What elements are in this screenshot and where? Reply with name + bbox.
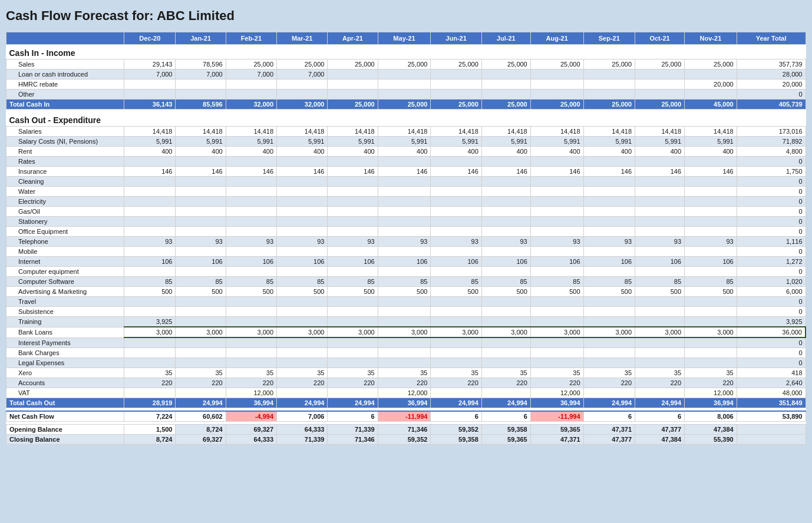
row-label: Office Equipment <box>6 227 124 237</box>
cell-value <box>124 348 176 358</box>
cell-value <box>685 217 737 227</box>
cell-value: 24,994 <box>583 398 635 408</box>
col-oct21: Oct-21 <box>635 32 685 45</box>
cell-value: 500 <box>530 287 583 297</box>
row-label: Accounts <box>6 378 124 388</box>
row-label: Water <box>6 187 124 197</box>
cell-value <box>328 227 378 237</box>
cell-value: 400 <box>124 147 176 157</box>
cell-value: 25,000 <box>277 59 328 69</box>
cell-value <box>328 69 378 80</box>
col-sep21: Sep-21 <box>583 32 635 45</box>
cell-value: 146 <box>530 167 583 177</box>
table-row: HMRC rebate20,00020,000 <box>6 80 806 90</box>
cell-value <box>176 247 226 257</box>
cell-value <box>176 177 226 187</box>
cell-value <box>635 358 685 368</box>
cell-value: 400 <box>530 147 583 157</box>
opening-balance-row: Opening Balance1,5008,72469,32764,33371,… <box>6 425 806 435</box>
cell-value <box>328 337 378 348</box>
table-row: Stationery0 <box>6 217 806 227</box>
cell-value: 106 <box>431 257 481 267</box>
cell-value: 3,000 <box>328 327 378 337</box>
cell-value: 12,000 <box>685 388 737 398</box>
table-row: Insurance1461461461461461461461461461461… <box>6 167 806 177</box>
cell-value: 0 <box>737 297 806 307</box>
col-apr21: Apr-21 <box>328 32 378 45</box>
cell-value <box>176 90 226 100</box>
cell-value: 5,991 <box>176 137 226 147</box>
row-label: Legal Expenses <box>6 358 124 368</box>
cell-value <box>378 337 431 348</box>
cell-value <box>378 197 431 207</box>
cell-value: 146 <box>378 167 431 177</box>
cell-value <box>176 217 226 227</box>
cell-value: -4,994 <box>226 411 276 422</box>
cell-value: 5,991 <box>226 137 276 147</box>
cell-value <box>431 177 481 187</box>
cell-value <box>124 297 176 307</box>
cell-value: 3,925 <box>124 317 176 327</box>
cell-value <box>328 187 378 197</box>
cell-value <box>481 207 530 217</box>
table-row: Cash Out - Expenditure <box>6 112 806 127</box>
cell-value: -11,994 <box>530 411 583 422</box>
col-nov21: Nov-21 <box>685 32 737 45</box>
cell-value: 5,991 <box>530 137 583 147</box>
cell-value: 220 <box>176 378 226 388</box>
cell-value: 400 <box>277 147 328 157</box>
cell-value <box>685 227 737 237</box>
row-label: Computer Software <box>6 277 124 287</box>
cell-value: 20,000 <box>685 80 737 90</box>
cell-value <box>685 197 737 207</box>
row-label: Computer equipment <box>6 267 124 277</box>
cell-value <box>685 207 737 217</box>
cell-value <box>328 90 378 100</box>
cell-value: 60,602 <box>176 411 226 422</box>
cell-value: 36,143 <box>124 100 176 110</box>
cell-value: 36,994 <box>226 398 276 408</box>
table-row: Rent400400400400400400400400400400400400… <box>6 147 806 157</box>
table-row: Total Cash Out28,91924,99436,99424,99424… <box>6 398 806 408</box>
cell-value <box>378 69 431 80</box>
cell-value <box>583 227 635 237</box>
cell-value: 36,994 <box>378 398 431 408</box>
cell-value <box>277 348 328 358</box>
cell-value <box>378 157 431 167</box>
cell-value: 36,000 <box>737 327 806 337</box>
table-row: Advertising & Marketing50050050050050050… <box>6 287 806 297</box>
cell-value: 500 <box>481 287 530 297</box>
cell-value <box>583 267 635 277</box>
cell-value <box>583 388 635 398</box>
cell-value: 106 <box>226 257 276 267</box>
cell-value <box>635 80 685 90</box>
row-label: Stationery <box>6 217 124 227</box>
cell-value <box>176 267 226 277</box>
cell-value: 220 <box>277 378 328 388</box>
cell-value: 173,016 <box>737 127 806 137</box>
cell-value <box>176 187 226 197</box>
cell-value: 20,000 <box>737 80 806 90</box>
col-dec20: Dec-20 <box>124 32 176 45</box>
cell-value <box>226 227 276 237</box>
cell-value: 500 <box>685 287 737 297</box>
cell-value: 29,143 <box>124 59 176 69</box>
cell-value <box>277 217 328 227</box>
table-row: Travel0 <box>6 297 806 307</box>
table-row: Salaries14,41814,41814,41814,41814,41814… <box>6 127 806 137</box>
cell-value <box>431 187 481 197</box>
cell-value: 106 <box>481 257 530 267</box>
cell-value: 3,000 <box>583 327 635 337</box>
cell-value: 500 <box>328 287 378 297</box>
row-label: Net Cash Flow <box>6 411 124 422</box>
cell-value: 85 <box>176 277 226 287</box>
table-row: Telephone9393939393939393939393931,116 <box>6 237 806 247</box>
row-label: Total Cash In <box>6 100 124 110</box>
opening-balance-cell: 47,384 <box>685 425 737 435</box>
cell-value: 5,991 <box>328 137 378 147</box>
cell-value <box>176 317 226 327</box>
cell-value <box>277 267 328 277</box>
cell-value <box>583 348 635 358</box>
col-may21: May-21 <box>378 32 431 45</box>
opening-balance-cell: 47,377 <box>635 425 685 435</box>
